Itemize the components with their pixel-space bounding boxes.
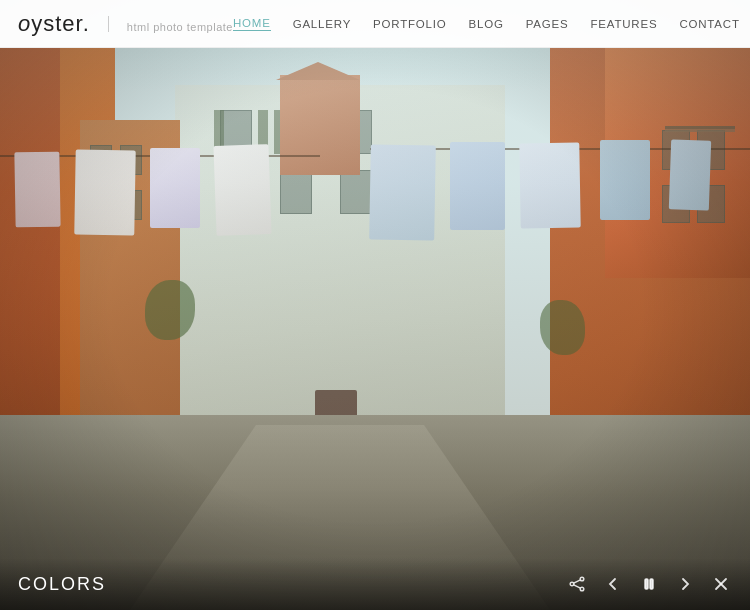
logo-o-char: o bbox=[18, 11, 31, 36]
cloth-7 bbox=[519, 142, 580, 228]
window-center-5 bbox=[280, 170, 312, 214]
svg-line-6 bbox=[574, 585, 581, 588]
balcony-right bbox=[665, 126, 735, 132]
svg-point-2 bbox=[580, 577, 584, 581]
foliage-right bbox=[540, 300, 585, 355]
nav-item-gallery[interactable]: GALLERY bbox=[293, 18, 351, 30]
nav-item-portfolio[interactable]: PORTFOLIO bbox=[373, 18, 446, 30]
logo-divider bbox=[108, 16, 109, 32]
svg-point-4 bbox=[570, 582, 574, 586]
cloth-8 bbox=[600, 140, 650, 220]
slide-controls bbox=[566, 573, 732, 595]
share-button[interactable] bbox=[566, 573, 588, 595]
nav-item-blog[interactable]: BLOG bbox=[469, 18, 504, 30]
main-nav: HOME GALLERY PORTFOLIO BLOG PAGES FEATUR… bbox=[233, 15, 750, 32]
svg-rect-8 bbox=[650, 579, 653, 589]
logo-area: oyster. html photo template bbox=[18, 11, 233, 37]
logo[interactable]: oyster. bbox=[18, 11, 90, 37]
cloth-2 bbox=[74, 149, 135, 235]
logo-subtitle: html photo template bbox=[127, 21, 233, 33]
nav-item-contact[interactable]: CONTACT bbox=[679, 18, 739, 30]
nav-item-home[interactable]: HOME bbox=[233, 17, 271, 31]
nav-item-pages[interactable]: PAGES bbox=[526, 18, 569, 30]
svg-point-3 bbox=[580, 587, 584, 591]
site-header: oyster. html photo template HOME GALLERY… bbox=[0, 0, 750, 48]
prev-slide-button[interactable] bbox=[602, 573, 624, 595]
cloth-9 bbox=[669, 139, 711, 210]
slideshow-controls-bar: COLORS bbox=[0, 558, 750, 610]
next-slide-button[interactable] bbox=[674, 573, 696, 595]
building-pink-small bbox=[280, 75, 360, 175]
close-button[interactable] bbox=[710, 573, 732, 595]
foliage-left bbox=[145, 280, 195, 340]
cloth-4 bbox=[213, 144, 271, 236]
cloth-3 bbox=[150, 148, 200, 228]
nav-item-features[interactable]: FEATURES bbox=[591, 18, 658, 30]
roof-triangle bbox=[276, 62, 360, 80]
svg-rect-7 bbox=[645, 579, 648, 589]
pause-button[interactable] bbox=[638, 573, 660, 595]
hero-background bbox=[0, 0, 750, 610]
cloth-5 bbox=[369, 144, 436, 240]
window-center-6 bbox=[340, 170, 372, 214]
svg-line-5 bbox=[574, 580, 581, 583]
cloth-1 bbox=[14, 152, 60, 228]
logo-rest: yster. bbox=[31, 11, 90, 36]
slide-title: COLORS bbox=[18, 574, 106, 595]
cloth-6 bbox=[450, 142, 505, 230]
hero-section: COLORS bbox=[0, 0, 750, 610]
